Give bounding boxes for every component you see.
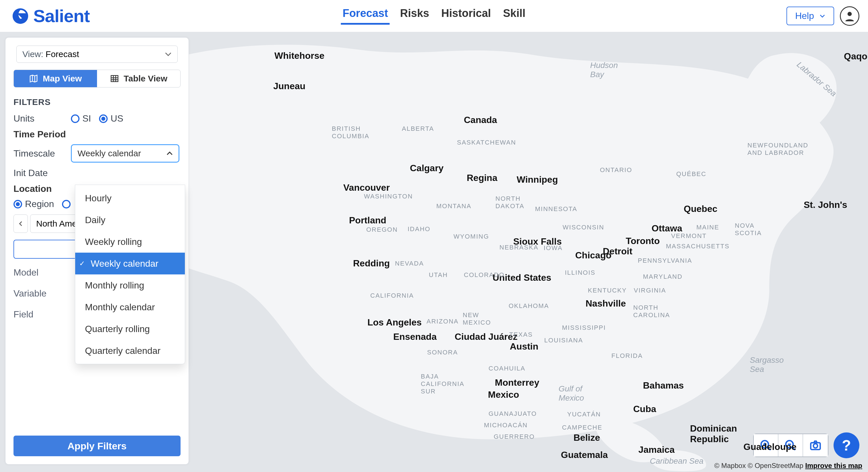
- timescale-option[interactable]: Quarterly rolling: [75, 318, 185, 340]
- map-label: WYOMING: [454, 233, 489, 240]
- screenshot-button[interactable]: [803, 434, 828, 457]
- chevron-up-icon: [166, 150, 174, 157]
- map-label: Los Angeles: [367, 317, 422, 328]
- timescale-option[interactable]: Monthly calendar: [75, 296, 185, 318]
- map-label: WISCONSIN: [563, 224, 604, 231]
- map-label: COAHUILA: [489, 365, 525, 372]
- map-label: QUÉBEC: [676, 170, 706, 178]
- user-avatar[interactable]: [840, 6, 859, 26]
- time-period-title: Time Period: [13, 129, 181, 140]
- units-row: Units SI US: [13, 113, 181, 124]
- apply-filters-button[interactable]: Apply Filters: [13, 436, 181, 456]
- map-label: FLORIDA: [611, 352, 643, 360]
- map-label: Juneau: [273, 81, 305, 92]
- map-label: Austin: [510, 341, 538, 352]
- timescale-option[interactable]: Daily: [75, 209, 185, 231]
- map-label: MISSISSIPPI: [562, 324, 606, 332]
- map-label: Gulf ofMexico: [559, 384, 584, 403]
- map-label: Quebec: [684, 204, 717, 214]
- init-date-label: Init Date: [13, 168, 71, 178]
- apply-filters-label: Apply Filters: [67, 440, 127, 452]
- brand-name: Salient: [33, 6, 90, 26]
- attribution-osm[interactable]: © OpenStreetMap: [748, 462, 803, 469]
- map-label: COLORADO: [464, 271, 505, 279]
- map-label: Jamaica: [639, 444, 675, 455]
- brand-logo[interactable]: Salient: [11, 6, 90, 26]
- table-view-button[interactable]: Table View: [97, 70, 180, 87]
- timescale-option[interactable]: Weekly rolling: [75, 231, 185, 252]
- map-label: Toronto: [626, 236, 660, 246]
- map-label: MICHOACÁN: [484, 422, 528, 429]
- map-label: NORTHDAKOTA: [495, 195, 524, 210]
- map-label: SargassoSea: [750, 356, 784, 374]
- timescale-option[interactable]: Quarterly calendar: [75, 340, 185, 362]
- location-radio-alt[interactable]: [62, 200, 71, 208]
- location-radio-region[interactable]: Region: [13, 199, 54, 209]
- map-label: Bahamas: [643, 380, 684, 391]
- map-label: WASHINGTON: [364, 193, 413, 200]
- map-label: ALBERTA: [402, 125, 434, 133]
- map-label: OKLAHOMA: [508, 302, 549, 310]
- map-icon: [29, 74, 38, 83]
- map-view-button[interactable]: Map View: [14, 70, 97, 87]
- units-radio-si[interactable]: SI: [71, 113, 91, 124]
- map-label: Qaqortoq: [844, 51, 868, 62]
- timescale-option[interactable]: Monthly rolling: [75, 274, 185, 296]
- svg-point-0: [848, 12, 852, 16]
- map-label: NEBRASKA: [499, 244, 538, 251]
- table-view-label: Table View: [124, 74, 167, 83]
- map-label: MONTANA: [436, 202, 471, 210]
- filters-panel: View: Forecast Map View Table View FILTE…: [5, 37, 189, 465]
- map-label: Caribbean Sea: [650, 457, 704, 466]
- map-label: NEWFOUNDLANDAND LABRADOR: [747, 142, 808, 157]
- map-label: VERMONT: [671, 232, 707, 240]
- improve-map-link[interactable]: Improve this map: [805, 462, 862, 469]
- table-icon: [110, 74, 119, 83]
- map-label: St. John's: [804, 200, 847, 210]
- map-label: TEXAS: [509, 331, 533, 338]
- radio-icon: [62, 200, 71, 208]
- map-label: CALIFORNIA: [370, 292, 414, 299]
- view-select-label: View:: [22, 49, 43, 59]
- map-label: Portland: [349, 215, 386, 226]
- view-select-value: Forecast: [45, 49, 79, 59]
- units-radio-us[interactable]: US: [99, 113, 123, 124]
- nav-forecast[interactable]: Forecast: [341, 7, 390, 25]
- view-select[interactable]: View: Forecast: [17, 45, 178, 63]
- map-label: DominicanRepublic: [690, 423, 737, 444]
- chevron-down-icon: [819, 13, 826, 19]
- map-label: PENNSYLVANIA: [638, 257, 692, 264]
- timescale-select[interactable]: Weekly calendar: [71, 144, 179, 163]
- region-prev-button[interactable]: [13, 214, 28, 233]
- map-label: Cuba: [633, 404, 656, 414]
- map-label: MAINE: [696, 224, 719, 231]
- camera-icon: [809, 439, 822, 452]
- svg-rect-10: [111, 75, 118, 81]
- help-dropdown-button[interactable]: Help: [786, 7, 834, 25]
- location-region-label: Region: [25, 199, 54, 209]
- radio-icon: [13, 200, 22, 208]
- timescale-option[interactable]: Weekly calendar: [75, 252, 185, 274]
- map-label: ILLINOIS: [565, 269, 595, 276]
- help-bubble-button[interactable]: ?: [834, 432, 859, 458]
- nav-risks[interactable]: Risks: [398, 7, 431, 25]
- map-label: ONTARIO: [600, 166, 632, 174]
- nav-historical[interactable]: Historical: [439, 7, 493, 25]
- map-view-label: Map View: [43, 74, 82, 83]
- map-label: NEVADA: [395, 260, 424, 267]
- view-mode-toggle: Map View Table View: [13, 70, 181, 88]
- map-label: HudsonBay: [590, 61, 618, 79]
- timescale-option[interactable]: Hourly: [75, 187, 185, 209]
- map-label: UTAH: [429, 271, 448, 279]
- attribution-mapbox[interactable]: © Mapbox: [714, 462, 746, 469]
- map-label: OREGON: [366, 226, 398, 233]
- radio-icon: [71, 114, 80, 123]
- map-label: Winnipeg: [517, 174, 558, 185]
- nav-skill[interactable]: Skill: [501, 7, 527, 25]
- map-label: GUERRERO: [494, 433, 535, 440]
- chevron-left-icon: [18, 221, 24, 227]
- map-label: LOUISIANA: [544, 337, 583, 344]
- map-label: VIRGINIA: [634, 287, 666, 294]
- main-nav: Forecast Risks Historical Skill: [341, 7, 527, 25]
- timescale-value: Weekly calendar: [78, 148, 141, 158]
